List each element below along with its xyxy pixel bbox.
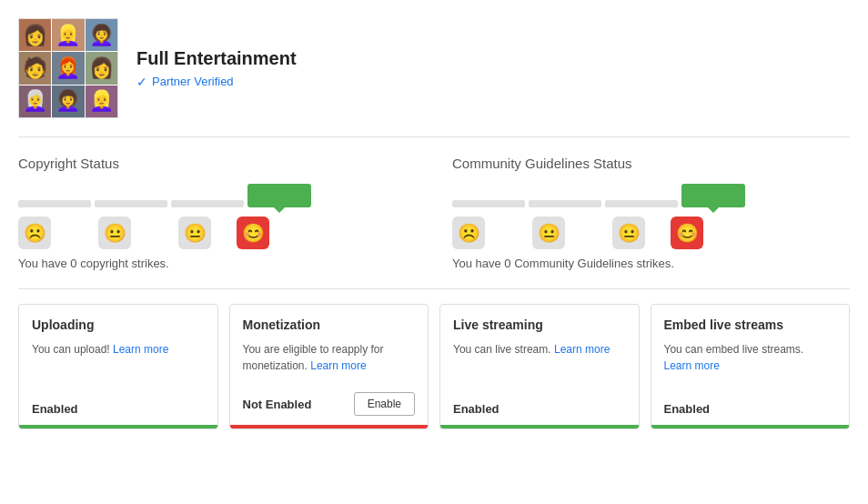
card-live-streaming-text: You can live stream. Learn more — [453, 341, 626, 358]
card-embed-live-footer: Enabled — [651, 393, 850, 425]
channel-thumbnail: 👩 👱‍♀️ 👩‍🦱 🧑 👩‍🦰 👩 👩‍🦳 👩‍🦱 👱‍♀️ — [18, 18, 118, 118]
uploading-status: Enabled — [32, 402, 78, 416]
copyright-status-block: Copyright Status ☹️ 😐 😐 😊 You have 0 cop… — [18, 156, 416, 270]
card-monetization-body: Monetization You are eligible to reapply… — [230, 305, 429, 383]
cface-red-1: 😊 — [671, 217, 703, 249]
face-red-1: 😊 — [237, 217, 269, 249]
card-uploading-text: You can upload! Learn more — [32, 341, 205, 358]
live-streaming-bar — [440, 425, 639, 428]
uploading-learn-more[interactable]: Learn more — [113, 343, 168, 356]
card-uploading: Uploading You can upload! Learn more Ena… — [18, 304, 218, 429]
card-uploading-footer: Enabled — [19, 393, 217, 425]
bar-seg-3 — [171, 200, 244, 207]
copyright-green-indicator — [247, 184, 311, 207]
bar-seg-1 — [18, 200, 91, 207]
thumb-4: 🧑 — [19, 52, 51, 84]
card-embed-live-title: Embed live streams — [664, 318, 837, 332]
community-strike-text: You have 0 Community Guidelines strikes. — [452, 257, 850, 270]
card-monetization-text: You are eligible to reapply for monetiza… — [243, 341, 416, 374]
cbar-seg-2 — [529, 200, 601, 207]
cbar-seg-1 — [452, 200, 525, 207]
card-embed-live-text: You can embed live streams. Learn more — [664, 341, 837, 374]
thumb-8: 👩‍🦱 — [52, 86, 84, 117]
embed-live-bar — [651, 425, 850, 428]
monetization-enable-button[interactable]: Enable — [354, 392, 415, 416]
thumb-6: 👩 — [86, 52, 117, 84]
channel-name: Full Entertainment — [136, 48, 297, 69]
monetization-status: Not Enabled — [243, 398, 312, 411]
embed-live-learn-more[interactable]: Learn more — [664, 359, 720, 372]
cbar-seg-3 — [605, 200, 678, 207]
bar-seg-2 — [95, 200, 167, 207]
card-uploading-title: Uploading — [32, 318, 205, 332]
copyright-smileys: ☹️ 😐 😐 😊 — [18, 217, 416, 249]
live-streaming-learn-more[interactable]: Learn more — [554, 343, 610, 356]
uploading-bar — [19, 425, 217, 428]
thumb-1: 👩 — [19, 19, 51, 51]
community-green-indicator — [681, 184, 745, 207]
monetization-learn-more[interactable]: Learn more — [310, 359, 366, 372]
cface-gray-1: ☹️ — [452, 217, 485, 249]
community-bar-row — [452, 184, 850, 207]
card-live-streaming-footer: Enabled — [440, 393, 639, 425]
community-title: Community Guidelines Status — [452, 156, 850, 171]
thumb-5: 👩‍🦰 — [52, 52, 84, 84]
card-embed-live-body: Embed live streams You can embed live st… — [651, 305, 850, 393]
check-icon: ✓ — [136, 75, 147, 89]
embed-live-status: Enabled — [664, 402, 711, 416]
face-gray-2: 😐 — [98, 217, 131, 249]
copyright-strike-text: You have 0 copyright strikes. — [18, 257, 416, 270]
card-monetization-title: Monetization — [243, 318, 416, 332]
card-live-streaming-body: Live streaming You can live stream. Lear… — [440, 305, 639, 393]
thumb-9: 👱‍♀️ — [86, 86, 117, 117]
face-gray-1: ☹️ — [18, 217, 51, 249]
channel-info: Full Entertainment ✓ Partner Verified — [136, 48, 297, 89]
copyright-title: Copyright Status — [18, 156, 416, 171]
card-monetization-footer: Not Enabled Enable — [230, 383, 429, 425]
monetization-bar — [230, 425, 429, 428]
thumb-2: 👱‍♀️ — [52, 19, 84, 51]
header-section: 👩 👱‍♀️ 👩‍🦱 🧑 👩‍🦰 👩 👩‍🦳 👩‍🦱 👱‍♀️ Full Ent… — [0, 0, 868, 136]
live-streaming-status: Enabled — [453, 402, 500, 416]
copyright-bar-row — [18, 184, 416, 207]
cface-gray-2: 😐 — [532, 217, 565, 249]
status-section: Copyright Status ☹️ 😐 😐 😊 You have 0 cop… — [0, 137, 868, 288]
card-uploading-body: Uploading You can upload! Learn more — [19, 305, 217, 393]
partner-label: Partner Verified — [152, 75, 234, 88]
card-live-streaming: Live streaming You can live stream. Lear… — [439, 304, 640, 429]
card-embed-live: Embed live streams You can embed live st… — [651, 304, 851, 429]
cface-gray-3: 😐 — [612, 217, 645, 249]
community-status-block: Community Guidelines Status ☹️ 😐 😐 😊 You… — [452, 156, 850, 270]
thumb-3: 👩‍🦱 — [86, 19, 117, 51]
card-live-streaming-title: Live streaming — [453, 318, 626, 332]
thumb-7: 👩‍🦳 — [19, 86, 51, 117]
card-monetization: Monetization You are eligible to reapply… — [229, 304, 429, 429]
partner-verified: ✓ Partner Verified — [136, 75, 297, 89]
face-gray-3: 😐 — [178, 217, 211, 249]
community-smileys: ☹️ 😐 😐 😊 — [452, 217, 850, 249]
cards-section: Uploading You can upload! Learn more Ena… — [0, 289, 868, 448]
